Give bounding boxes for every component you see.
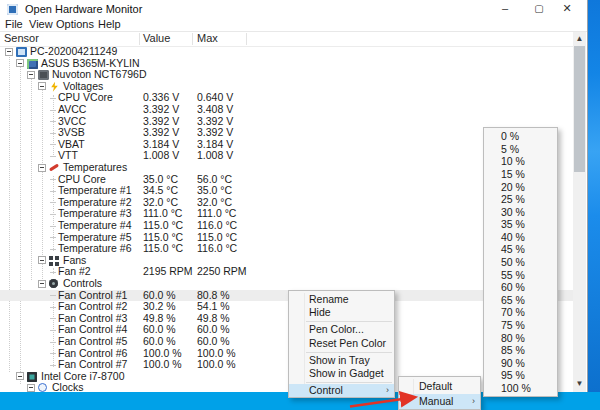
menu-item-label: 75 % xyxy=(501,319,525,331)
tree-connector xyxy=(50,156,56,157)
percent-item-0[interactable]: 0 % xyxy=(484,130,557,143)
column-sensor[interactable]: Sensor xyxy=(4,32,39,46)
computer-icon xyxy=(16,47,27,57)
tree-connector xyxy=(50,214,56,215)
sensor-label: Controls xyxy=(63,278,102,290)
collapse-icon[interactable] xyxy=(38,82,46,90)
column-max[interactable]: Max xyxy=(197,32,218,46)
tree-connector xyxy=(50,144,56,145)
tree-connector xyxy=(50,249,56,250)
collapse-icon[interactable] xyxy=(16,59,24,67)
temperature-icon xyxy=(49,164,59,172)
submenu-item-default[interactable]: Default xyxy=(399,379,480,394)
percent-item-75[interactable]: 75 % xyxy=(484,319,557,332)
tree-connector xyxy=(50,179,56,180)
scrollbar-thumb[interactable] xyxy=(574,46,585,172)
percent-item-90[interactable]: 90 % xyxy=(484,356,557,369)
menu-item-label: 5 % xyxy=(501,143,519,155)
minimize-button[interactable]: – xyxy=(490,0,520,18)
collapse-icon[interactable] xyxy=(5,48,13,56)
percent-item-55[interactable]: 55 % xyxy=(484,268,557,281)
percent-item-80[interactable]: 80 % xyxy=(484,331,557,344)
menu-item-pen-color[interactable]: Pen Color... xyxy=(289,323,394,336)
voltage-icon xyxy=(49,82,60,92)
tree-connector xyxy=(50,226,56,227)
sensor-max: 116.0 °C xyxy=(197,243,237,255)
tree-connector xyxy=(50,342,56,343)
tree-connector xyxy=(50,110,56,111)
menu-item-rename[interactable]: Rename xyxy=(289,293,394,306)
menu-help[interactable]: Help xyxy=(98,18,121,30)
column-value[interactable]: Value xyxy=(143,32,170,46)
tree-connector xyxy=(50,318,56,319)
collapse-icon[interactable] xyxy=(38,164,46,172)
menu-item-label: 15 % xyxy=(501,168,525,180)
tree-connector xyxy=(50,365,56,366)
percent-item-95[interactable]: 95 % xyxy=(484,369,557,382)
percent-item-60[interactable]: 60 % xyxy=(484,281,557,294)
menu-item-label: Control xyxy=(309,384,343,396)
percent-item-35[interactable]: 35 % xyxy=(484,218,557,231)
sensor-label: Temperatures xyxy=(63,162,127,174)
menu-item-hide[interactable]: Hide xyxy=(289,306,394,319)
sensor-label: AVCC xyxy=(58,104,86,116)
percent-item-100[interactable]: 100 % xyxy=(484,382,557,395)
scroll-down-icon[interactable]: ▼ xyxy=(573,377,586,390)
percent-item-45[interactable]: 45 % xyxy=(484,243,557,256)
percent-item-40[interactable]: 40 % xyxy=(484,231,557,244)
menu-item-control[interactable]: Control› xyxy=(289,384,394,397)
percent-item-20[interactable]: 20 % xyxy=(484,180,557,193)
menu-item-label: 10 % xyxy=(501,155,525,167)
sensor-value: 100.0 % xyxy=(143,359,182,371)
menu-item-show-in-gadget[interactable]: Show in Gadget xyxy=(289,367,394,380)
title-bar[interactable]: Open Hardware Monitor – ▢ ✕ xyxy=(0,0,587,18)
tree-connector xyxy=(50,307,56,308)
sensor-value: 1.008 V xyxy=(143,150,179,162)
percent-item-65[interactable]: 65 % xyxy=(484,294,557,307)
tree-row[interactable]: 3VCC3.392 V3.392 V xyxy=(0,116,573,128)
percent-item-25[interactable]: 25 % xyxy=(484,193,557,206)
clock-icon xyxy=(38,383,47,392)
percent-item-15[interactable]: 15 % xyxy=(484,168,557,181)
percent-item-70[interactable]: 70 % xyxy=(484,306,557,319)
menu-item-label: 80 % xyxy=(501,332,525,344)
percent-item-10[interactable]: 10 % xyxy=(484,155,557,168)
sensor-value: 2195 RPM xyxy=(143,266,193,278)
column-divider xyxy=(246,33,247,45)
context-menu: RenameHidePen Color...Reset Pen ColorSho… xyxy=(288,290,395,398)
sensor-max: 100.0 % xyxy=(197,359,236,371)
tree-connector xyxy=(50,353,56,354)
collapse-icon[interactable] xyxy=(38,280,46,288)
scroll-up-icon[interactable]: ▲ xyxy=(573,32,586,45)
collapse-icon[interactable] xyxy=(27,384,35,392)
menu-file[interactable]: File xyxy=(5,18,23,30)
sensor-value: 60.0 % xyxy=(143,336,176,348)
control-icon xyxy=(49,279,58,288)
submenu-item-manual[interactable]: Manual› xyxy=(399,394,480,409)
percent-item-50[interactable]: 50 % xyxy=(484,256,557,269)
menu-item-reset-pen-color[interactable]: Reset Pen Color xyxy=(289,337,394,350)
column-header: Sensor Value Max xyxy=(0,32,573,47)
menu-view[interactable]: View xyxy=(29,18,53,30)
percent-item-85[interactable]: 85 % xyxy=(484,344,557,357)
tree-connector xyxy=(50,295,56,296)
vertical-scrollbar[interactable]: ▲ ▼ xyxy=(573,32,586,392)
tree-connector xyxy=(50,202,56,203)
collapse-icon[interactable] xyxy=(27,71,35,79)
tree-connector xyxy=(50,98,56,99)
maximize-button[interactable]: ▢ xyxy=(524,0,554,18)
menu-item-label: 0 % xyxy=(501,130,519,142)
menu-item-label: 30 % xyxy=(501,206,525,218)
close-button[interactable]: ✕ xyxy=(552,0,582,18)
tree-row[interactable]: AVCC3.392 V3.408 V xyxy=(0,104,573,116)
percent-item-5[interactable]: 5 % xyxy=(484,143,557,156)
sensor-value: 115.0 °C xyxy=(143,243,183,255)
menu-item-label: 20 % xyxy=(501,181,525,193)
percent-item-30[interactable]: 30 % xyxy=(484,205,557,218)
sensor-label: Temperature #4 xyxy=(58,220,132,232)
collapse-icon[interactable] xyxy=(16,372,24,380)
tree-group-row[interactable]: PC-202004211249 xyxy=(0,46,573,58)
menu-item-show-in-tray[interactable]: Show in Tray xyxy=(289,354,394,367)
collapse-icon[interactable] xyxy=(38,256,46,264)
menu-options[interactable]: Options xyxy=(56,18,94,30)
